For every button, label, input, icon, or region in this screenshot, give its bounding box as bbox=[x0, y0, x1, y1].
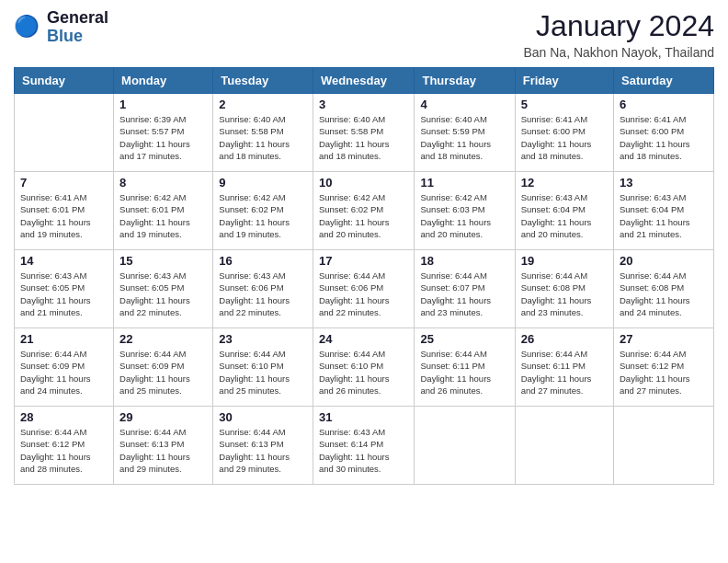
weekday-header: Friday bbox=[515, 68, 613, 94]
calendar-week-row: 28Sunrise: 6:44 AM Sunset: 6:12 PM Dayli… bbox=[15, 407, 714, 485]
calendar-cell: 2Sunrise: 6:40 AM Sunset: 5:58 PM Daylig… bbox=[213, 94, 313, 172]
logo-icon: 🔵 bbox=[14, 13, 43, 42]
title-section: January 2024 Ban Na, Nakhon Nayok, Thail… bbox=[523, 9, 714, 60]
day-number: 24 bbox=[319, 332, 409, 346]
day-info: Sunrise: 6:44 AM Sunset: 6:13 PM Dayligh… bbox=[119, 426, 207, 475]
location-title: Ban Na, Nakhon Nayok, Thailand bbox=[523, 45, 714, 60]
month-title: January 2024 bbox=[523, 9, 714, 43]
day-number: 6 bbox=[620, 98, 708, 111]
day-info: Sunrise: 6:44 AM Sunset: 6:13 PM Dayligh… bbox=[219, 426, 307, 475]
day-info: Sunrise: 6:43 AM Sunset: 6:04 PM Dayligh… bbox=[620, 191, 708, 240]
day-number: 4 bbox=[420, 98, 508, 111]
day-number: 1 bbox=[119, 98, 207, 111]
calendar-week-row: 14Sunrise: 6:43 AM Sunset: 6:05 PM Dayli… bbox=[15, 250, 714, 328]
day-info: Sunrise: 6:44 AM Sunset: 6:11 PM Dayligh… bbox=[521, 348, 608, 396]
calendar-cell: 24Sunrise: 6:44 AM Sunset: 6:10 PM Dayli… bbox=[313, 328, 415, 407]
logo: 🔵 General Blue bbox=[14, 9, 108, 46]
day-number: 23 bbox=[219, 332, 307, 346]
calendar-cell: 6Sunrise: 6:41 AM Sunset: 6:00 PM Daylig… bbox=[614, 94, 714, 172]
day-number: 11 bbox=[420, 176, 508, 190]
day-number: 29 bbox=[119, 410, 207, 424]
day-info: Sunrise: 6:44 AM Sunset: 6:09 PM Dayligh… bbox=[20, 348, 108, 396]
calendar-cell: 29Sunrise: 6:44 AM Sunset: 6:13 PM Dayli… bbox=[114, 407, 213, 485]
weekday-header: Thursday bbox=[415, 68, 515, 94]
day-number: 19 bbox=[521, 254, 608, 268]
calendar-cell: 16Sunrise: 6:43 AM Sunset: 6:06 PM Dayli… bbox=[213, 250, 313, 328]
day-number: 20 bbox=[620, 254, 708, 268]
calendar-cell: 31Sunrise: 6:43 AM Sunset: 6:14 PM Dayli… bbox=[313, 407, 415, 485]
day-number: 28 bbox=[20, 410, 108, 424]
calendar-cell: 17Sunrise: 6:44 AM Sunset: 6:06 PM Dayli… bbox=[313, 250, 415, 328]
day-info: Sunrise: 6:44 AM Sunset: 6:08 PM Dayligh… bbox=[620, 270, 708, 318]
logo-text: General Blue bbox=[47, 9, 108, 46]
calendar-cell: 28Sunrise: 6:44 AM Sunset: 6:12 PM Dayli… bbox=[15, 407, 114, 485]
day-info: Sunrise: 6:43 AM Sunset: 6:04 PM Dayligh… bbox=[521, 191, 608, 240]
calendar-cell: 8Sunrise: 6:42 AM Sunset: 6:01 PM Daylig… bbox=[114, 172, 213, 250]
day-number: 12 bbox=[521, 176, 608, 190]
calendar-cell: 13Sunrise: 6:43 AM Sunset: 6:04 PM Dayli… bbox=[614, 172, 714, 250]
calendar-cell bbox=[415, 407, 515, 485]
calendar-cell: 5Sunrise: 6:41 AM Sunset: 6:00 PM Daylig… bbox=[515, 94, 613, 172]
day-info: Sunrise: 6:44 AM Sunset: 6:07 PM Dayligh… bbox=[420, 270, 508, 318]
day-info: Sunrise: 6:44 AM Sunset: 6:10 PM Dayligh… bbox=[219, 348, 307, 396]
day-number: 10 bbox=[319, 176, 409, 190]
day-number: 9 bbox=[219, 176, 307, 190]
calendar-cell: 20Sunrise: 6:44 AM Sunset: 6:08 PM Dayli… bbox=[614, 250, 714, 328]
calendar-cell: 26Sunrise: 6:44 AM Sunset: 6:11 PM Dayli… bbox=[515, 328, 613, 407]
day-number: 3 bbox=[319, 98, 409, 111]
calendar-cell: 23Sunrise: 6:44 AM Sunset: 6:10 PM Dayli… bbox=[213, 328, 313, 407]
day-info: Sunrise: 6:42 AM Sunset: 6:02 PM Dayligh… bbox=[219, 191, 307, 240]
svg-text:🔵: 🔵 bbox=[14, 14, 40, 39]
day-info: Sunrise: 6:42 AM Sunset: 6:03 PM Dayligh… bbox=[420, 191, 508, 240]
calendar-table: SundayMondayTuesdayWednesdayThursdayFrid… bbox=[14, 67, 714, 485]
day-info: Sunrise: 6:43 AM Sunset: 6:06 PM Dayligh… bbox=[219, 270, 307, 318]
day-number: 5 bbox=[521, 98, 608, 111]
day-number: 31 bbox=[319, 410, 409, 424]
day-number: 16 bbox=[219, 254, 307, 268]
calendar-cell: 12Sunrise: 6:43 AM Sunset: 6:04 PM Dayli… bbox=[515, 172, 613, 250]
day-number: 7 bbox=[20, 176, 108, 190]
calendar-week-row: 7Sunrise: 6:41 AM Sunset: 6:01 PM Daylig… bbox=[15, 172, 714, 250]
calendar-cell: 4Sunrise: 6:40 AM Sunset: 5:59 PM Daylig… bbox=[415, 94, 515, 172]
day-number: 17 bbox=[319, 254, 409, 268]
day-info: Sunrise: 6:41 AM Sunset: 6:01 PM Dayligh… bbox=[20, 191, 108, 240]
day-info: Sunrise: 6:42 AM Sunset: 6:01 PM Dayligh… bbox=[119, 191, 207, 240]
calendar-header-row: SundayMondayTuesdayWednesdayThursdayFrid… bbox=[15, 68, 714, 94]
calendar-cell: 14Sunrise: 6:43 AM Sunset: 6:05 PM Dayli… bbox=[15, 250, 114, 328]
day-info: Sunrise: 6:44 AM Sunset: 6:09 PM Dayligh… bbox=[119, 348, 207, 396]
day-number: 25 bbox=[420, 332, 508, 346]
calendar-cell: 19Sunrise: 6:44 AM Sunset: 6:08 PM Dayli… bbox=[515, 250, 613, 328]
day-number: 22 bbox=[119, 332, 207, 346]
day-info: Sunrise: 6:44 AM Sunset: 6:08 PM Dayligh… bbox=[521, 270, 608, 318]
weekday-header: Wednesday bbox=[313, 68, 415, 94]
calendar-cell: 27Sunrise: 6:44 AM Sunset: 6:12 PM Dayli… bbox=[614, 328, 714, 407]
day-number: 27 bbox=[620, 332, 708, 346]
page-header: 🔵 General Blue January 2024 Ban Na, Nakh… bbox=[14, 9, 714, 60]
day-info: Sunrise: 6:41 AM Sunset: 6:00 PM Dayligh… bbox=[521, 113, 608, 162]
day-number: 18 bbox=[420, 254, 508, 268]
day-number: 14 bbox=[20, 254, 108, 268]
day-number: 8 bbox=[119, 176, 207, 190]
day-number: 15 bbox=[119, 254, 207, 268]
calendar-cell bbox=[614, 407, 714, 485]
day-info: Sunrise: 6:44 AM Sunset: 6:12 PM Dayligh… bbox=[20, 426, 108, 475]
day-info: Sunrise: 6:39 AM Sunset: 5:57 PM Dayligh… bbox=[119, 113, 207, 162]
day-number: 26 bbox=[521, 332, 608, 346]
day-info: Sunrise: 6:40 AM Sunset: 5:58 PM Dayligh… bbox=[319, 113, 409, 162]
weekday-header: Monday bbox=[114, 68, 213, 94]
day-info: Sunrise: 6:40 AM Sunset: 5:59 PM Dayligh… bbox=[420, 113, 508, 162]
calendar-cell: 7Sunrise: 6:41 AM Sunset: 6:01 PM Daylig… bbox=[15, 172, 114, 250]
calendar-cell: 25Sunrise: 6:44 AM Sunset: 6:11 PM Dayli… bbox=[415, 328, 515, 407]
day-info: Sunrise: 6:44 AM Sunset: 6:10 PM Dayligh… bbox=[319, 348, 409, 396]
calendar-week-row: 21Sunrise: 6:44 AM Sunset: 6:09 PM Dayli… bbox=[15, 328, 714, 407]
day-info: Sunrise: 6:43 AM Sunset: 6:05 PM Dayligh… bbox=[20, 270, 108, 318]
calendar-week-row: 1Sunrise: 6:39 AM Sunset: 5:57 PM Daylig… bbox=[15, 94, 714, 172]
calendar-cell: 10Sunrise: 6:42 AM Sunset: 6:02 PM Dayli… bbox=[313, 172, 415, 250]
calendar-cell: 15Sunrise: 6:43 AM Sunset: 6:05 PM Dayli… bbox=[114, 250, 213, 328]
weekday-header: Saturday bbox=[614, 68, 714, 94]
day-number: 2 bbox=[219, 98, 307, 111]
calendar-cell: 30Sunrise: 6:44 AM Sunset: 6:13 PM Dayli… bbox=[213, 407, 313, 485]
calendar-cell: 11Sunrise: 6:42 AM Sunset: 6:03 PM Dayli… bbox=[415, 172, 515, 250]
day-number: 13 bbox=[620, 176, 708, 190]
day-info: Sunrise: 6:43 AM Sunset: 6:05 PM Dayligh… bbox=[119, 270, 207, 318]
